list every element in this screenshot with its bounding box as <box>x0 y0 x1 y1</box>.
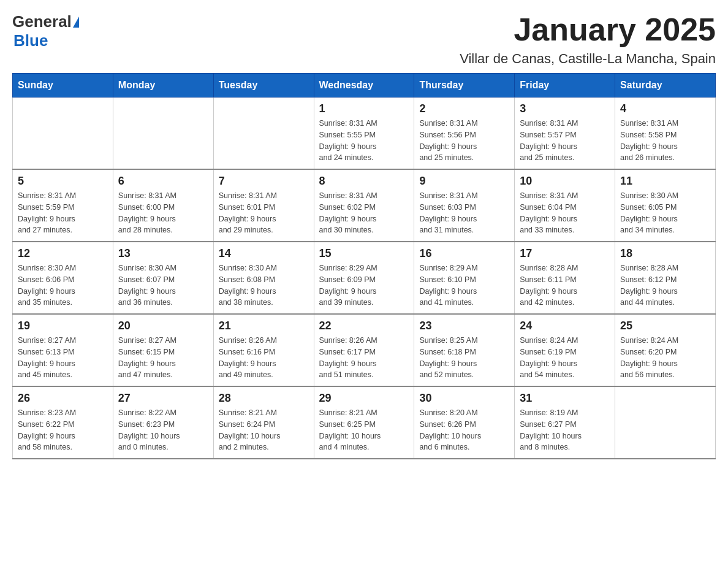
day-header-friday: Friday <box>515 74 615 98</box>
day-number: 13 <box>118 247 208 260</box>
week-row-4: 19Sunrise: 8:27 AM Sunset: 6:13 PM Dayli… <box>13 314 716 386</box>
calendar-cell: 10Sunrise: 8:31 AM Sunset: 6:04 PM Dayli… <box>515 169 615 242</box>
day-info: Sunrise: 8:27 AM Sunset: 6:13 PM Dayligh… <box>18 335 108 381</box>
day-number: 25 <box>620 320 710 332</box>
day-number: 29 <box>319 392 409 405</box>
day-info: Sunrise: 8:30 AM Sunset: 6:07 PM Dayligh… <box>118 262 208 308</box>
day-number: 12 <box>18 247 108 260</box>
day-info: Sunrise: 8:28 AM Sunset: 6:12 PM Dayligh… <box>620 262 710 308</box>
day-number: 24 <box>520 320 610 332</box>
day-info: Sunrise: 8:19 AM Sunset: 6:27 PM Dayligh… <box>520 407 610 453</box>
calendar-cell: 28Sunrise: 8:21 AM Sunset: 6:24 PM Dayli… <box>213 386 314 459</box>
calendar-cell: 9Sunrise: 8:31 AM Sunset: 6:03 PM Daylig… <box>414 169 515 242</box>
week-row-2: 5Sunrise: 8:31 AM Sunset: 5:59 PM Daylig… <box>13 169 716 242</box>
day-number: 28 <box>219 392 309 405</box>
day-info: Sunrise: 8:31 AM Sunset: 6:04 PM Dayligh… <box>520 190 610 236</box>
calendar-cell: 3Sunrise: 8:31 AM Sunset: 5:57 PM Daylig… <box>515 98 615 170</box>
day-info: Sunrise: 8:30 AM Sunset: 6:08 PM Dayligh… <box>219 262 309 308</box>
day-number: 8 <box>319 175 409 188</box>
day-number: 17 <box>520 247 610 260</box>
day-info: Sunrise: 8:31 AM Sunset: 6:02 PM Dayligh… <box>319 190 409 236</box>
day-number: 31 <box>520 392 610 405</box>
day-info: Sunrise: 8:21 AM Sunset: 6:25 PM Dayligh… <box>319 407 409 453</box>
day-number: 19 <box>18 320 108 332</box>
calendar-cell: 6Sunrise: 8:31 AM Sunset: 6:00 PM Daylig… <box>113 169 213 242</box>
week-row-1: 1Sunrise: 8:31 AM Sunset: 5:55 PM Daylig… <box>13 98 716 170</box>
day-info: Sunrise: 8:29 AM Sunset: 6:09 PM Dayligh… <box>319 262 409 308</box>
calendar-cell: 17Sunrise: 8:28 AM Sunset: 6:11 PM Dayli… <box>515 242 615 314</box>
day-info: Sunrise: 8:31 AM Sunset: 5:58 PM Dayligh… <box>620 118 710 164</box>
calendar-cell: 21Sunrise: 8:26 AM Sunset: 6:16 PM Dayli… <box>213 314 314 386</box>
calendar-cell: 5Sunrise: 8:31 AM Sunset: 5:59 PM Daylig… <box>13 169 113 242</box>
day-info: Sunrise: 8:31 AM Sunset: 5:55 PM Dayligh… <box>319 118 409 164</box>
day-number: 23 <box>419 320 509 332</box>
day-number: 14 <box>219 247 309 260</box>
week-row-5: 26Sunrise: 8:23 AM Sunset: 6:22 PM Dayli… <box>13 386 716 459</box>
day-number: 27 <box>118 392 208 405</box>
calendar-table: SundayMondayTuesdayWednesdayThursdayFrid… <box>12 73 716 459</box>
day-number: 3 <box>520 102 610 115</box>
logo-general-text: General <box>12 12 72 31</box>
day-info: Sunrise: 8:23 AM Sunset: 6:22 PM Dayligh… <box>18 407 108 453</box>
calendar-cell <box>615 386 716 459</box>
day-info: Sunrise: 8:31 AM Sunset: 6:03 PM Dayligh… <box>419 190 509 236</box>
day-number: 18 <box>620 247 710 260</box>
calendar-cell <box>213 98 314 170</box>
calendar-cell: 11Sunrise: 8:30 AM Sunset: 6:05 PM Dayli… <box>615 169 716 242</box>
page-header: General Blue January 2025 Villar de Cana… <box>12 12 716 67</box>
calendar-title: January 2025 <box>460 12 716 47</box>
day-number: 20 <box>118 320 208 332</box>
day-number: 1 <box>319 102 409 115</box>
day-info: Sunrise: 8:31 AM Sunset: 6:01 PM Dayligh… <box>219 190 309 236</box>
day-header-wednesday: Wednesday <box>314 74 414 98</box>
days-header-row: SundayMondayTuesdayWednesdayThursdayFrid… <box>13 74 716 98</box>
calendar-cell: 2Sunrise: 8:31 AM Sunset: 5:56 PM Daylig… <box>414 98 515 170</box>
day-info: Sunrise: 8:31 AM Sunset: 5:59 PM Dayligh… <box>18 190 108 236</box>
day-info: Sunrise: 8:27 AM Sunset: 6:15 PM Dayligh… <box>118 335 208 381</box>
day-number: 30 <box>419 392 509 405</box>
day-header-saturday: Saturday <box>615 74 716 98</box>
calendar-cell: 1Sunrise: 8:31 AM Sunset: 5:55 PM Daylig… <box>314 98 414 170</box>
day-info: Sunrise: 8:30 AM Sunset: 6:05 PM Dayligh… <box>620 190 710 236</box>
calendar-cell: 4Sunrise: 8:31 AM Sunset: 5:58 PM Daylig… <box>615 98 716 170</box>
day-info: Sunrise: 8:28 AM Sunset: 6:11 PM Dayligh… <box>520 262 610 308</box>
day-number: 4 <box>620 102 710 115</box>
calendar-cell: 23Sunrise: 8:25 AM Sunset: 6:18 PM Dayli… <box>414 314 515 386</box>
logo: General Blue <box>12 12 79 50</box>
calendar-cell: 13Sunrise: 8:30 AM Sunset: 6:07 PM Dayli… <box>113 242 213 314</box>
calendar-cell: 19Sunrise: 8:27 AM Sunset: 6:13 PM Dayli… <box>13 314 113 386</box>
day-number: 9 <box>419 175 509 188</box>
day-info: Sunrise: 8:22 AM Sunset: 6:23 PM Dayligh… <box>118 407 208 453</box>
calendar-cell: 29Sunrise: 8:21 AM Sunset: 6:25 PM Dayli… <box>314 386 414 459</box>
day-info: Sunrise: 8:26 AM Sunset: 6:16 PM Dayligh… <box>219 335 309 381</box>
calendar-cell: 20Sunrise: 8:27 AM Sunset: 6:15 PM Dayli… <box>113 314 213 386</box>
day-info: Sunrise: 8:20 AM Sunset: 6:26 PM Dayligh… <box>419 407 509 453</box>
calendar-subtitle: Villar de Canas, Castille-La Mancha, Spa… <box>460 51 716 67</box>
calendar-cell: 15Sunrise: 8:29 AM Sunset: 6:09 PM Dayli… <box>314 242 414 314</box>
calendar-cell: 12Sunrise: 8:30 AM Sunset: 6:06 PM Dayli… <box>13 242 113 314</box>
calendar-cell: 24Sunrise: 8:24 AM Sunset: 6:19 PM Dayli… <box>515 314 615 386</box>
calendar-cell: 30Sunrise: 8:20 AM Sunset: 6:26 PM Dayli… <box>414 386 515 459</box>
day-header-tuesday: Tuesday <box>213 74 314 98</box>
logo-blue-text: Blue <box>13 31 48 50</box>
day-info: Sunrise: 8:31 AM Sunset: 6:00 PM Dayligh… <box>118 190 208 236</box>
day-info: Sunrise: 8:25 AM Sunset: 6:18 PM Dayligh… <box>419 335 509 381</box>
title-area: January 2025 Villar de Canas, Castille-L… <box>460 12 716 67</box>
day-info: Sunrise: 8:29 AM Sunset: 6:10 PM Dayligh… <box>419 262 509 308</box>
calendar-cell <box>13 98 113 170</box>
day-number: 10 <box>520 175 610 188</box>
day-number: 11 <box>620 175 710 188</box>
day-info: Sunrise: 8:24 AM Sunset: 6:20 PM Dayligh… <box>620 335 710 381</box>
day-number: 16 <box>419 247 509 260</box>
day-info: Sunrise: 8:26 AM Sunset: 6:17 PM Dayligh… <box>319 335 409 381</box>
day-number: 7 <box>219 175 309 188</box>
calendar-cell: 25Sunrise: 8:24 AM Sunset: 6:20 PM Dayli… <box>615 314 716 386</box>
day-info: Sunrise: 8:31 AM Sunset: 5:57 PM Dayligh… <box>520 118 610 164</box>
calendar-cell: 16Sunrise: 8:29 AM Sunset: 6:10 PM Dayli… <box>414 242 515 314</box>
day-info: Sunrise: 8:21 AM Sunset: 6:24 PM Dayligh… <box>219 407 309 453</box>
calendar-cell: 27Sunrise: 8:22 AM Sunset: 6:23 PM Dayli… <box>113 386 213 459</box>
calendar-cell: 8Sunrise: 8:31 AM Sunset: 6:02 PM Daylig… <box>314 169 414 242</box>
calendar-cell: 14Sunrise: 8:30 AM Sunset: 6:08 PM Dayli… <box>213 242 314 314</box>
week-row-3: 12Sunrise: 8:30 AM Sunset: 6:06 PM Dayli… <box>13 242 716 314</box>
calendar-cell: 7Sunrise: 8:31 AM Sunset: 6:01 PM Daylig… <box>213 169 314 242</box>
